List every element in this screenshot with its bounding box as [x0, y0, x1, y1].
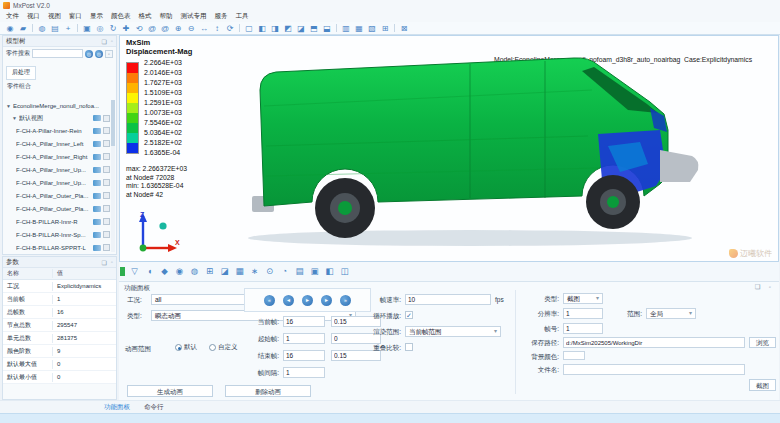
tree-part-row[interactable]: F-CH-A_Pillar_Outer_Pla... — [4, 189, 110, 202]
menu-item-3[interactable]: 窗口 — [69, 12, 82, 21]
menu-item-6[interactable]: 格式 — [139, 12, 152, 21]
browse-button[interactable]: 浏览 — [749, 337, 776, 348]
menu-item-9[interactable]: 服务 — [215, 12, 228, 21]
param-row[interactable]: 默认最小值 0 — [3, 371, 116, 384]
part-icon[interactable] — [93, 245, 101, 251]
tree-part-row[interactable]: F-CH-B-PILLAR-Innr-Sp... — [4, 228, 110, 241]
tree-view-row[interactable]: ▼ 默认视图 — [4, 112, 110, 124]
overlay-checkbox[interactable] — [405, 343, 413, 351]
search-next-button[interactable]: ◎ — [95, 50, 103, 58]
viewport-3d[interactable]: MxSim Displacement-Mag 2.2664E+032.0146E… — [119, 35, 779, 262]
pan-icon[interactable]: ✚ — [120, 23, 132, 34]
part-group-label[interactable]: 零件组合 — [3, 80, 116, 93]
float-panel-icon[interactable]: ❏ — [755, 283, 761, 291]
fit-icon[interactable]: ▣ — [81, 23, 93, 34]
tag-icon[interactable]: @ — [146, 23, 158, 34]
capture-icon[interactable]: ⊠ — [398, 23, 410, 34]
delete-animation-button[interactable]: 删除动画 — [225, 385, 311, 397]
capture-type-select[interactable]: 截图▾ — [563, 293, 603, 304]
search-icon[interactable]: ⊙ — [264, 266, 275, 277]
tree-root-row[interactable]: ▼ EconolineMerge_nonull_nofoa... — [4, 100, 110, 112]
refresh-icon[interactable]: ⟳ — [224, 23, 236, 34]
part-checkbox[interactable] — [103, 153, 110, 160]
capture-button[interactable]: 截图 — [749, 379, 776, 391]
tree-part-row[interactable]: F-CH-B-PILLAR-Innr-R — [4, 215, 110, 228]
render-range-select[interactable]: 当前帧范围▾ — [405, 326, 501, 337]
view-left-icon[interactable]: ◩ — [282, 23, 294, 34]
scope-select[interactable]: 全局▾ — [646, 308, 696, 319]
part-icon[interactable] — [93, 206, 101, 212]
tab-postprocess[interactable]: 后处理 — [6, 66, 36, 80]
clip-icon[interactable]: ◖ — [144, 266, 155, 277]
param-row[interactable]: 当前帧 1 — [3, 293, 116, 306]
menu-item-10[interactable]: 工具 — [236, 12, 249, 21]
part-icon[interactable] — [93, 128, 101, 134]
tree-part-row[interactable]: F-CH-A_Pillar_Inner_Right — [4, 150, 110, 163]
view-checkbox[interactable] — [103, 115, 110, 122]
part-checkbox[interactable] — [103, 140, 110, 147]
table-icon[interactable]: ⊞ — [204, 266, 215, 277]
panel-tab-inactive[interactable]: 命令行 — [144, 403, 164, 412]
frame-field-input[interactable] — [283, 316, 325, 327]
report-icon[interactable]: ◧ — [324, 266, 335, 277]
bg-color-swatch[interactable] — [563, 351, 585, 360]
menu-item-2[interactable]: 视图 — [48, 12, 61, 21]
param-row[interactable]: 总帧数 16 — [3, 306, 116, 319]
part-checkbox[interactable] — [103, 179, 110, 186]
trace-icon[interactable]: ◔ — [279, 266, 290, 277]
param-row[interactable]: 颜色阶数 9 — [3, 345, 116, 358]
frame-number-input[interactable] — [563, 323, 603, 334]
generate-animation-button[interactable]: 生成动画 — [127, 385, 213, 397]
range-default-radio[interactable]: 默认 — [175, 343, 197, 352]
tree-scrollbar[interactable] — [111, 100, 115, 252]
close-panel-icon[interactable]: ◦ — [769, 283, 771, 291]
zoom-in-icon[interactable]: ⊕ — [172, 23, 184, 34]
fit-width-icon[interactable]: ↔ — [198, 23, 210, 34]
probe-icon[interactable]: ◉ — [174, 266, 185, 277]
filter-icon[interactable]: ▽ — [129, 266, 140, 277]
part-checkbox[interactable] — [103, 231, 110, 238]
mirror-icon[interactable]: ◆ — [159, 266, 170, 277]
zoom-out-icon[interactable]: ⊖ — [185, 23, 197, 34]
layout2-icon[interactable]: ▦ — [353, 23, 365, 34]
image-icon[interactable]: ◫ — [339, 266, 350, 277]
tree-part-row[interactable]: F-CH-A_Pillar_Inner_Left — [4, 137, 110, 150]
grid-icon[interactable]: ▦ — [234, 266, 245, 277]
part-icon[interactable] — [93, 219, 101, 225]
frame-field-input[interactable] — [283, 350, 325, 361]
part-icon[interactable] — [93, 180, 101, 186]
fps-input[interactable] — [405, 294, 491, 305]
view-right-icon[interactable]: ◪ — [295, 23, 307, 34]
view-iso-icon[interactable]: ▢ — [243, 23, 255, 34]
frame-field-input[interactable] — [283, 333, 325, 344]
part-icon[interactable] — [93, 232, 101, 238]
tree-part-row[interactable]: F-CH-A_Pillar_Inner_Up... — [4, 163, 110, 176]
param-row[interactable]: 节点总数 295547 — [3, 319, 116, 332]
layout-icon[interactable]: ▥ — [340, 23, 352, 34]
export-icon[interactable]: ▤ — [294, 266, 305, 277]
tree-part-row[interactable]: F-CH-A_Pillar_Inner_Up... — [4, 176, 110, 189]
layout-grid-icon[interactable]: ⊞ — [379, 23, 391, 34]
part-icon[interactable] — [93, 141, 101, 147]
undo-icon[interactable]: ⟲ — [133, 23, 145, 34]
part-checkbox[interactable] — [103, 244, 110, 251]
part-icon[interactable] — [93, 193, 101, 199]
section-icon[interactable]: ◪ — [219, 266, 230, 277]
resolution-input[interactable] — [563, 308, 603, 319]
menu-item-4[interactable]: 显示 — [90, 12, 103, 21]
move-icon[interactable]: + — [62, 23, 74, 34]
part-search-input[interactable] — [32, 49, 83, 58]
view-front-icon[interactable]: ◧ — [256, 23, 268, 34]
range-custom-radio[interactable]: 自定义 — [209, 343, 238, 352]
view-back-icon[interactable]: ◨ — [269, 23, 281, 34]
tree-part-row[interactable]: F-CH-A-Pillar-Inner-Rein — [4, 124, 110, 137]
part-icon[interactable] — [93, 154, 101, 160]
param-row[interactable]: 单元总数 281375 — [3, 332, 116, 345]
part-checkbox[interactable] — [103, 192, 110, 199]
tag2-icon[interactable]: @ — [159, 23, 171, 34]
open-icon[interactable]: ▰ — [17, 23, 29, 34]
settings-icon[interactable]: ∗ — [249, 266, 260, 277]
visibility-icon[interactable] — [93, 115, 101, 121]
search-prev-button[interactable]: ◎ — [85, 50, 93, 58]
part-checkbox[interactable] — [103, 166, 110, 173]
